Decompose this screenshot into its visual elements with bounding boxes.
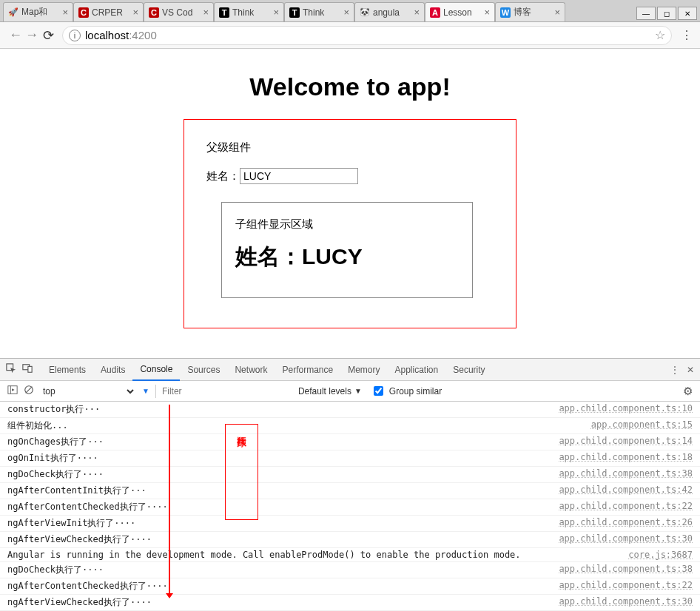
console-clear-icon[interactable] xyxy=(24,385,34,397)
console-log-row: ngAfterContentChecked执行了····app.child.co… xyxy=(0,578,700,595)
name-input[interactable] xyxy=(240,168,358,184)
browser-tab[interactable]: 🐼angula× xyxy=(354,2,425,21)
log-source-link[interactable]: app.child.component.ts:10 xyxy=(559,403,693,416)
log-source-link[interactable]: app.child.component.ts:14 xyxy=(559,436,693,448)
tab-close-icon[interactable]: × xyxy=(343,7,349,18)
group-similar-checkbox[interactable]: Group similar xyxy=(374,386,442,396)
console-levels-select[interactable]: Default levels ▼ xyxy=(298,386,362,396)
console-settings-icon[interactable]: ⚙ xyxy=(683,385,693,398)
devtools-tab-console[interactable]: Console xyxy=(132,359,180,381)
log-source-link[interactable]: app.component.ts:15 xyxy=(591,419,693,432)
nav-forward-button[interactable]: → xyxy=(24,27,40,43)
devtools-tab-application[interactable]: Application xyxy=(388,359,446,381)
tab-close-icon[interactable]: × xyxy=(203,7,209,18)
log-message: Angular is running in the development mo… xyxy=(7,550,628,560)
log-message: ngOnChages执行了··· xyxy=(7,436,559,448)
tab-close-icon[interactable]: × xyxy=(132,7,138,18)
parent-component-box: 父级组件 姓名： 子组件显示区域 姓名：LUCY xyxy=(184,119,516,328)
log-message: ngAfterViewInit执行了···· xyxy=(7,517,559,530)
log-source-link[interactable]: app.child.component.ts:22 xyxy=(559,501,693,513)
log-message: ngAfterContentChecked执行了···· xyxy=(7,580,559,593)
bookmark-star-icon[interactable]: ☆ xyxy=(655,28,665,42)
tab-label: Lesson xyxy=(443,7,481,18)
browser-tab[interactable]: CVS Cod× xyxy=(144,2,214,21)
tab-label: Map和 xyxy=(21,6,59,18)
url-input[interactable]: i localhost:4200 ☆ xyxy=(62,26,672,45)
console-context-select[interactable]: top xyxy=(40,385,136,397)
dropdown-caret-icon: ▼ xyxy=(142,387,149,395)
log-source-link[interactable]: core.js:3687 xyxy=(628,550,693,560)
device-mode-icon[interactable] xyxy=(22,363,33,376)
log-message: ngDoCheck执行了···· xyxy=(7,468,559,481)
annotation-arrow xyxy=(169,405,170,594)
devtools-more-icon[interactable]: ⋮ xyxy=(670,365,679,375)
devtools-tab-network[interactable]: Network xyxy=(227,359,275,381)
window-minimize-button[interactable]: — xyxy=(636,7,656,20)
browser-tab[interactable]: CCRPER× xyxy=(73,2,144,21)
browser-tab-strip: 🚀Map和×CCRPER×CVS Cod×TThink×TThink×🐼angu… xyxy=(0,0,700,22)
browser-tab[interactable]: TThink× xyxy=(284,2,354,21)
tab-label: angula xyxy=(373,7,411,18)
console-log-body: 执行顺序 constructor执行···app.child.component… xyxy=(0,402,700,611)
svg-line-7 xyxy=(26,387,33,394)
devtools-tab-performance[interactable]: Performance xyxy=(275,359,340,381)
console-log-row: ogOnInit执行了····app.child.component.ts:18 xyxy=(0,450,700,467)
log-message: ngAfterContentChecked执行了···· xyxy=(7,501,559,513)
log-source-link[interactable]: app.child.component.ts:38 xyxy=(559,468,693,481)
log-message: constructor执行··· xyxy=(7,403,559,416)
nav-reload-button[interactable]: ⟳ xyxy=(40,27,56,44)
log-source-link[interactable]: app.child.component.ts:42 xyxy=(559,485,693,497)
log-source-link[interactable]: app.child.component.ts:22 xyxy=(559,580,693,593)
devtools-tab-sources[interactable]: Sources xyxy=(180,359,227,381)
tab-label: VS Cod xyxy=(162,7,200,18)
console-log-row: ngDoCheck执行了····app.child.component.ts:3… xyxy=(0,467,700,483)
favicon-icon: 🚀 xyxy=(8,7,18,18)
log-source-link[interactable]: app.child.component.ts:30 xyxy=(559,596,693,609)
page-viewport: Welcome to app! 父级组件 姓名： 子组件显示区域 姓名：LUCY xyxy=(0,49,700,358)
annotation-label-box: 执行顺序 xyxy=(225,424,258,520)
log-source-link[interactable]: app.child.component.ts:18 xyxy=(559,452,693,465)
browser-tab[interactable]: TThink× xyxy=(214,2,284,21)
browser-tab[interactable]: 🚀Map和× xyxy=(3,2,73,21)
site-info-icon[interactable]: i xyxy=(69,30,81,41)
favicon-icon: A xyxy=(430,7,440,18)
address-bar: ← → ⟳ i localhost:4200 ☆ ⋮ xyxy=(0,22,700,49)
window-maximize-button[interactable]: ◻ xyxy=(657,7,676,20)
window-close-button[interactable]: ✕ xyxy=(678,7,697,20)
page-title: Welcome to app! xyxy=(0,72,700,101)
console-filter-input[interactable] xyxy=(155,385,279,398)
browser-menu-button[interactable]: ⋮ xyxy=(681,28,693,42)
tab-label: CRPER xyxy=(92,7,129,18)
devtools-tab-memory[interactable]: Memory xyxy=(340,359,387,381)
browser-tab[interactable]: W博客× xyxy=(495,2,565,21)
log-source-link[interactable]: app.child.component.ts:38 xyxy=(559,564,693,576)
tab-close-icon[interactable]: × xyxy=(484,7,490,18)
browser-tab[interactable]: ALesson× xyxy=(425,2,495,21)
devtools-close-icon[interactable]: ✕ xyxy=(687,365,694,375)
child-name-display: 姓名：LUCY xyxy=(235,242,459,272)
console-filter-bar: top ▼ Default levels ▼ Group similar ⚙ xyxy=(0,381,700,402)
favicon-icon: C xyxy=(149,7,159,18)
tab-close-icon[interactable]: × xyxy=(554,7,560,18)
tab-close-icon[interactable]: × xyxy=(414,7,420,18)
tab-close-icon[interactable]: × xyxy=(62,7,68,18)
inspect-element-icon[interactable] xyxy=(6,363,16,376)
console-log-row: ngAfterViewChecked执行了····app.child.compo… xyxy=(0,532,700,548)
log-source-link[interactable]: app.child.component.ts:30 xyxy=(559,533,693,546)
favicon-icon: T xyxy=(219,7,229,18)
devtools-tab-audits[interactable]: Audits xyxy=(93,359,132,381)
console-log-row: constructor执行···app.child.component.ts:1… xyxy=(0,402,700,418)
favicon-icon: W xyxy=(500,7,511,18)
tab-label: 博客 xyxy=(514,6,551,18)
child-component-box: 子组件显示区域 姓名：LUCY xyxy=(221,202,473,298)
devtools-tab-elements[interactable]: Elements xyxy=(41,359,93,381)
url-text: localhost:4200 xyxy=(85,29,649,41)
nav-back-button[interactable]: ← xyxy=(7,27,24,43)
tab-close-icon[interactable]: × xyxy=(273,7,279,18)
console-sidebar-toggle-icon[interactable] xyxy=(7,385,18,397)
log-source-link[interactable]: app.child.component.ts:26 xyxy=(559,517,693,530)
console-log-row: ngOnChages执行了···app.child.component.ts:1… xyxy=(0,434,700,450)
devtools-tab-security[interactable]: Security xyxy=(445,359,492,381)
console-log-row: ngAfterContentChecked执行了····app.child.co… xyxy=(0,499,700,516)
console-log-row: ngAfterContentInit执行了···app.child.compon… xyxy=(0,483,700,499)
